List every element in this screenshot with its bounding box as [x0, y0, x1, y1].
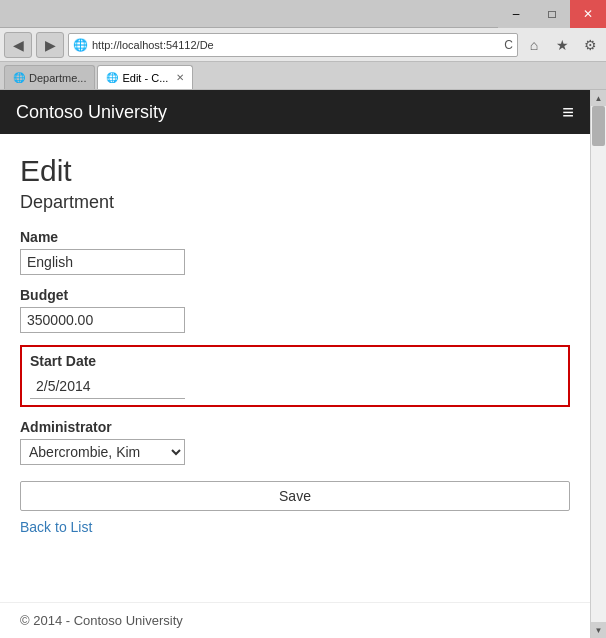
name-input[interactable] — [20, 249, 185, 275]
administrator-field-group: Administrator Abercrombie, Kim Fakhouri,… — [20, 419, 570, 465]
browser-toolbar: ◀ ▶ 🌐 http://localhost:54112/De C ⌂ ★ ⚙ — [0, 28, 606, 62]
browser-content-wrapper: Contoso University ≡ Edit Department Nam… — [0, 90, 606, 638]
footer-text: © 2014 - Contoso University — [20, 613, 183, 628]
page-subtitle: Department — [20, 192, 570, 213]
toolbar-icons: ⌂ ★ ⚙ — [522, 33, 602, 57]
close-button[interactable]: ✕ — [570, 0, 606, 28]
hamburger-menu[interactable]: ≡ — [562, 101, 574, 124]
startdate-label: Start Date — [30, 353, 560, 369]
tab-page-icon: 🌐 — [13, 72, 25, 83]
name-field-group: Name — [20, 229, 570, 275]
footer: © 2014 - Contoso University — [0, 602, 590, 638]
edit-form: Name Budget Start Date Administrator — [20, 229, 570, 551]
scroll-up-button[interactable]: ▲ — [591, 90, 607, 106]
budget-input[interactable] — [20, 307, 185, 333]
budget-field-group: Budget — [20, 287, 570, 333]
favorites-button[interactable]: ★ — [550, 33, 574, 57]
name-label: Name — [20, 229, 570, 245]
tab-close-button[interactable]: ✕ — [176, 72, 184, 83]
back-button[interactable]: ◀ — [4, 32, 32, 58]
app-navbar: Contoso University ≡ — [0, 90, 590, 134]
forward-button[interactable]: ▶ — [36, 32, 64, 58]
save-button[interactable]: Save — [20, 481, 570, 511]
scroll-track[interactable] — [591, 106, 606, 622]
main-content: Edit Department Name Budget Start Date — [0, 134, 590, 602]
settings-button[interactable]: ⚙ — [578, 33, 602, 57]
back-to-list-link[interactable]: Back to List — [20, 519, 570, 535]
budget-label: Budget — [20, 287, 570, 303]
browser-titlebar: – □ ✕ — [0, 0, 606, 28]
page-icon: 🌐 — [73, 38, 88, 52]
administrator-select[interactable]: Abercrombie, Kim Fakhouri, Fadi Harui, R… — [20, 439, 185, 465]
startdate-field-group-highlighted: Start Date — [20, 345, 570, 407]
address-text: http://localhost:54112/De — [92, 39, 500, 51]
home-button[interactable]: ⌂ — [522, 33, 546, 57]
titlebar-buttons: – □ ✕ — [498, 0, 606, 28]
app-title: Contoso University — [16, 102, 167, 123]
tab-edit-label: Edit - C... — [122, 72, 168, 84]
minimize-button[interactable]: – — [498, 0, 534, 28]
tab-edit-icon: 🌐 — [106, 72, 118, 83]
refresh-button[interactable]: C — [504, 38, 513, 52]
scroll-thumb[interactable] — [592, 106, 605, 146]
administrator-label: Administrator — [20, 419, 570, 435]
browser-content: Contoso University ≡ Edit Department Nam… — [0, 90, 590, 638]
tab-departments-label: Departme... — [29, 72, 86, 84]
address-bar[interactable]: 🌐 http://localhost:54112/De C — [68, 33, 518, 57]
page-title: Edit — [20, 154, 570, 188]
scrollbar[interactable]: ▲ ▼ — [590, 90, 606, 638]
maximize-button[interactable]: □ — [534, 0, 570, 28]
scroll-down-button[interactable]: ▼ — [591, 622, 607, 638]
tab-edit[interactable]: 🌐 Edit - C... ✕ — [97, 65, 193, 89]
browser-tabs: 🌐 Departme... 🌐 Edit - C... ✕ — [0, 62, 606, 90]
startdate-input[interactable] — [30, 373, 185, 399]
tab-departments[interactable]: 🌐 Departme... — [4, 65, 95, 89]
